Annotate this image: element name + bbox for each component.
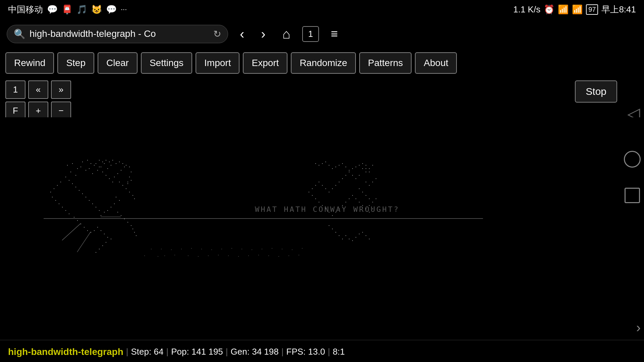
svg-rect-27 bbox=[122, 185, 123, 186]
ratio-stat: 8:1 bbox=[333, 347, 345, 357]
svg-rect-89 bbox=[102, 162, 103, 162]
svg-rect-125 bbox=[342, 178, 343, 179]
svg-rect-193 bbox=[231, 248, 232, 249]
address-bar[interactable]: 🔍 ↻ bbox=[7, 25, 228, 43]
svg-rect-2 bbox=[77, 168, 78, 169]
svg-rect-211 bbox=[248, 255, 249, 256]
separator-3: | bbox=[226, 347, 228, 357]
svg-rect-92 bbox=[112, 160, 113, 161]
svg-rect-115 bbox=[352, 168, 353, 169]
forward-button[interactable]: › bbox=[256, 25, 270, 43]
svg-rect-134 bbox=[312, 188, 313, 189]
browser-bar: 🔍 ↻ ‹ › ⌂ 1 ≡ bbox=[0, 19, 644, 49]
prev-button[interactable]: « bbox=[28, 80, 48, 99]
svg-rect-175 bbox=[339, 235, 339, 236]
search-icon: 🔍 bbox=[14, 28, 25, 40]
svg-rect-189 bbox=[191, 248, 192, 249]
about-button[interactable]: About bbox=[415, 52, 457, 74]
back-button[interactable]: ‹ bbox=[235, 25, 249, 43]
svg-rect-65 bbox=[84, 227, 85, 228]
svg-rect-173 bbox=[332, 229, 333, 229]
controls-row: 1 « » F + − Stop bbox=[0, 77, 644, 117]
svg-rect-153 bbox=[369, 212, 370, 213]
refresh-icon[interactable]: ↻ bbox=[213, 28, 221, 40]
pop-stat: Pop: 141 195 bbox=[171, 347, 223, 357]
svg-rect-150 bbox=[359, 202, 360, 202]
svg-rect-48 bbox=[75, 187, 76, 187]
svg-rect-8 bbox=[87, 160, 88, 161]
svg-rect-56 bbox=[52, 197, 53, 197]
svg-rect-132 bbox=[319, 182, 319, 182]
svg-rect-111 bbox=[339, 165, 339, 166]
svg-rect-179 bbox=[352, 240, 353, 241]
time-label: 早上8:41 bbox=[601, 4, 636, 15]
svg-rect-88 bbox=[99, 160, 100, 161]
svg-rect-215 bbox=[288, 255, 289, 256]
step-number-button[interactable]: 1 bbox=[5, 80, 25, 99]
svg-rect-73 bbox=[111, 239, 111, 239]
svg-rect-206 bbox=[198, 256, 199, 257]
import-button[interactable]: Import bbox=[196, 52, 239, 74]
svg-rect-57 bbox=[55, 200, 56, 201]
svg-rect-61 bbox=[69, 214, 69, 214]
svg-rect-177 bbox=[345, 235, 346, 236]
svg-rect-76 bbox=[99, 249, 100, 249]
tab-square-icon[interactable] bbox=[625, 188, 640, 203]
svg-rect-72 bbox=[107, 237, 108, 238]
home-button[interactable]: ⌂ bbox=[277, 25, 296, 43]
svg-rect-104 bbox=[315, 163, 316, 164]
svg-rect-105 bbox=[319, 165, 319, 166]
next-button[interactable]: » bbox=[51, 80, 71, 99]
svg-rect-75 bbox=[102, 245, 103, 246]
svg-rect-207 bbox=[208, 255, 209, 256]
tab-button[interactable]: 1 bbox=[302, 26, 319, 42]
svg-rect-138 bbox=[319, 202, 319, 202]
svg-rect-119 bbox=[366, 172, 366, 172]
simulation-svg: WHAT HATH CONWAY WROUGHT? bbox=[0, 117, 644, 340]
svg-rect-188 bbox=[181, 249, 182, 249]
home-circle-icon[interactable] bbox=[624, 151, 641, 168]
svg-rect-169 bbox=[372, 165, 373, 166]
svg-rect-94 bbox=[119, 162, 120, 162]
svg-rect-98 bbox=[131, 172, 131, 172]
svg-rect-36 bbox=[114, 203, 115, 204]
rewind-button[interactable]: Rewind bbox=[5, 52, 54, 74]
simulation-canvas-area[interactable]: WHAT HATH CONWAY WROUGHT? bbox=[0, 117, 644, 340]
svg-rect-199 bbox=[292, 249, 292, 250]
svg-rect-121 bbox=[356, 178, 356, 179]
svg-rect-10 bbox=[94, 165, 95, 166]
svg-rect-16 bbox=[102, 172, 103, 172]
step-button[interactable]: Step bbox=[57, 52, 94, 74]
alarm-icon: ⏰ bbox=[544, 4, 554, 15]
right-arrow-bottom[interactable]: › bbox=[636, 320, 641, 335]
svg-rect-216 bbox=[299, 255, 299, 255]
carrier-label: 中国移动 bbox=[8, 4, 43, 15]
svg-rect-191 bbox=[211, 249, 212, 250]
svg-rect-205 bbox=[188, 255, 189, 256]
svg-rect-26 bbox=[119, 182, 120, 182]
url-input[interactable] bbox=[30, 28, 209, 39]
export-button[interactable]: Export bbox=[243, 52, 287, 74]
svg-rect-30 bbox=[131, 180, 131, 181]
svg-rect-116 bbox=[356, 167, 356, 167]
svg-line-102 bbox=[62, 224, 80, 240]
svg-rect-126 bbox=[339, 182, 339, 182]
svg-rect-141 bbox=[329, 212, 329, 213]
svg-rect-178 bbox=[349, 239, 350, 239]
randomize-button[interactable]: Randomize bbox=[291, 52, 356, 74]
wifi-icon: 📶 bbox=[558, 4, 569, 15]
svg-rect-166 bbox=[362, 163, 363, 164]
svg-rect-32 bbox=[132, 195, 133, 196]
stop-button[interactable]: Stop bbox=[575, 80, 617, 103]
svg-rect-87 bbox=[96, 163, 96, 164]
svg-rect-21 bbox=[112, 182, 113, 182]
svg-rect-118 bbox=[362, 168, 363, 169]
svg-rect-108 bbox=[329, 165, 329, 166]
svg-rect-214 bbox=[278, 256, 279, 257]
settings-button[interactable]: Settings bbox=[141, 52, 192, 74]
clear-button[interactable]: Clear bbox=[98, 52, 138, 74]
center-text: WHAT HATH CONWAY WROUGHT? bbox=[255, 205, 399, 214]
patterns-button[interactable]: Patterns bbox=[359, 52, 412, 74]
menu-button[interactable]: ≡ bbox=[326, 25, 343, 43]
svg-rect-163 bbox=[369, 185, 370, 186]
